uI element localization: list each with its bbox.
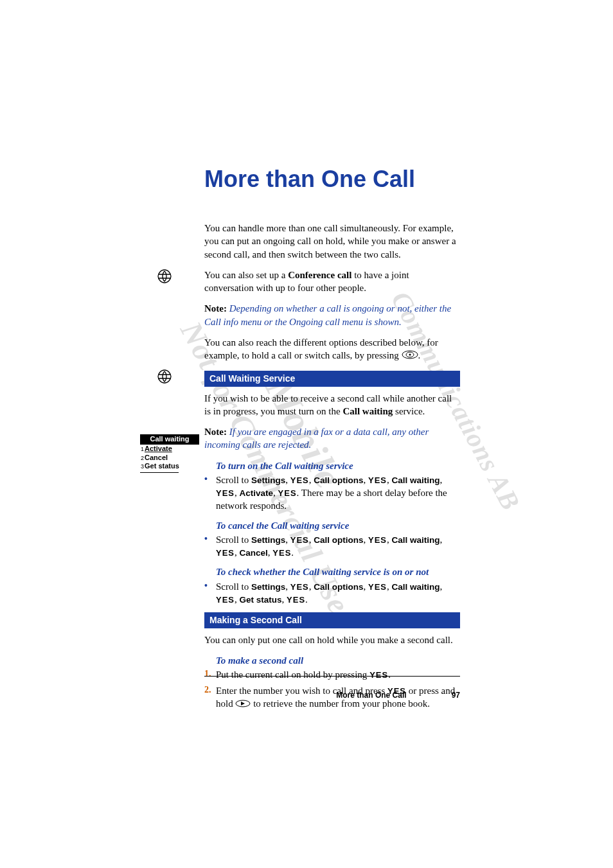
procedure-title: To cancel the Call waiting service: [216, 519, 460, 532]
procedure-title: To make a second call: [216, 654, 460, 667]
procedure-title: To check whether the Call waiting servic…: [216, 565, 460, 578]
bullet-icon: •: [204, 580, 216, 607]
bullet-item: • Scroll to Settings, YES, Call options,…: [204, 533, 460, 560]
bullet-item: • Scroll to Settings, YES, Call options,…: [204, 580, 460, 607]
divider: [140, 472, 179, 473]
section-heading: Call Waiting Service: [204, 371, 460, 387]
phone-menu-title: Call waiting: [140, 434, 199, 445]
page-title: More than One Call: [204, 166, 415, 193]
bullet-icon: •: [204, 474, 216, 513]
section-heading: Making a Second Call: [204, 612, 460, 628]
phone-menu-item: 3 Get status: [140, 462, 199, 471]
paragraph: You can also reach the different options…: [204, 336, 460, 363]
note: Note: Depending on whether a call is ong…: [204, 302, 460, 328]
step-number: 1.: [204, 668, 216, 681]
paragraph: You can only put one call on hold while …: [204, 633, 460, 646]
numbered-step: 1. Put the current call on hold by press…: [204, 668, 460, 681]
options-key-icon: [402, 350, 418, 362]
page-number: 97: [452, 691, 460, 700]
note: Note: If you are engaged in a fax or a d…: [204, 425, 460, 452]
network-icon: [155, 267, 173, 285]
procedure-title: To turn on the Call waiting service: [216, 459, 460, 472]
right-nav-key-icon: [235, 698, 251, 711]
footer-divider: [204, 676, 460, 677]
phone-menu-item: 1 Activate: [140, 445, 199, 454]
page-footer: More than One Call 97: [204, 691, 460, 700]
phone-menu-screenshot: Call waiting 1 Activate 2 Cancel 3 Get s…: [140, 434, 199, 473]
bullet-icon: •: [204, 533, 216, 560]
bullet-item: • Scroll to Settings, YES, Call options,…: [204, 474, 460, 513]
phone-menu-item: 2 Cancel: [140, 454, 199, 463]
paragraph: You can handle more than one call simult…: [204, 222, 460, 261]
footer-section-name: More than One Call: [336, 691, 406, 700]
svg-point-2: [409, 354, 411, 356]
paragraph: You can also set up a Conference call to…: [204, 269, 460, 295]
body-content: You can handle more than one call simult…: [204, 222, 460, 714]
network-icon: [155, 368, 173, 385]
paragraph: If you wish to be able to receive a seco…: [204, 392, 460, 418]
